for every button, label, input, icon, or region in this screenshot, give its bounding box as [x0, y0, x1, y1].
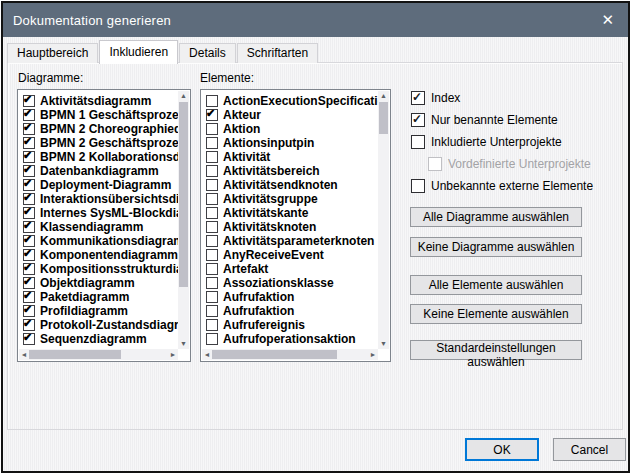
dialog-window: Dokumentation generieren ✕ HauptbereichI…	[1, 1, 630, 473]
window-title: Dokumentation generieren	[13, 13, 171, 28]
screen: Dokumentation generieren ✕ HauptbereichI…	[0, 0, 631, 474]
cancel-button[interactable]: Cancel	[553, 438, 626, 461]
tab-details[interactable]: Details	[179, 43, 236, 63]
tab-inkludieren[interactable]: Inkludieren	[99, 40, 178, 64]
close-icon[interactable]: ✕	[597, 3, 618, 37]
titlebar[interactable]: Dokumentation generieren ✕	[3, 3, 628, 37]
tab-bar: HauptbereichInkludierenDetailsSchriftart…	[7, 40, 319, 63]
tab-page-inkludieren	[7, 62, 623, 430]
tab-schriftarten[interactable]: Schriftarten	[237, 43, 318, 63]
ok-button[interactable]: OK	[465, 438, 539, 461]
tab-hauptbereich[interactable]: Hauptbereich	[7, 43, 98, 63]
